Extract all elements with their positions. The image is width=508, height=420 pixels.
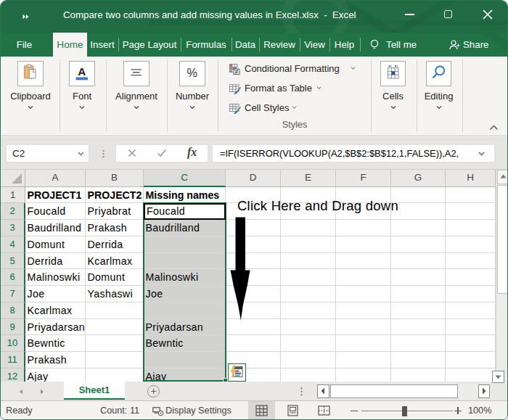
svg-text:A: A [78,65,86,78]
svg-text:%: % [187,66,198,79]
